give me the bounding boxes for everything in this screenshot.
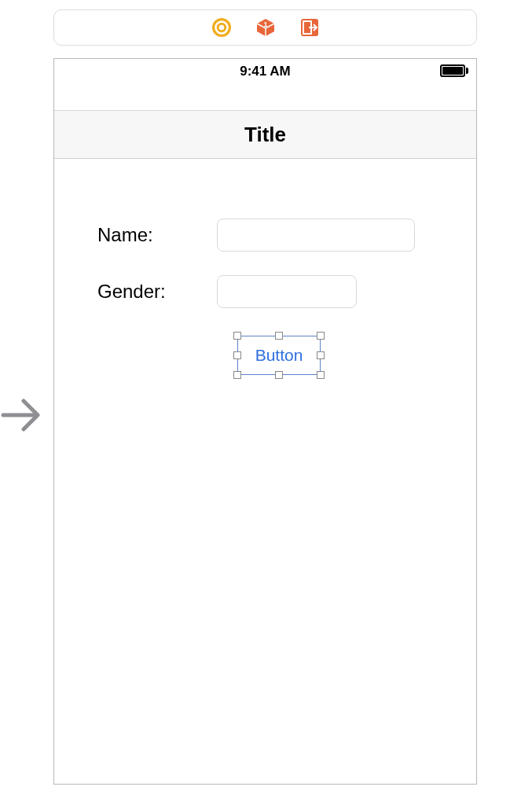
resize-handle-bottom-left[interactable] <box>233 371 241 379</box>
name-label: Name: <box>97 224 217 246</box>
entry-point-arrow-icon <box>0 393 47 440</box>
selected-button-label: Button <box>237 336 321 375</box>
form-area: Name: Gender: Button <box>54 159 476 308</box>
coin-icon[interactable] <box>211 17 232 38</box>
storyboard-scene[interactable]: 9:41 AM Title Name: Gender: Button <box>53 58 477 785</box>
status-time: 9:41 AM <box>54 64 476 79</box>
resize-handle-top-right[interactable] <box>317 332 325 340</box>
gender-label: Gender: <box>97 281 217 303</box>
resize-handle-top-left[interactable] <box>233 332 241 340</box>
svg-point-3 <box>218 25 223 30</box>
navigation-bar: Title <box>54 110 476 159</box>
selected-button[interactable]: Button <box>237 336 321 375</box>
gender-text-field[interactable] <box>217 275 357 308</box>
resize-handle-left[interactable] <box>233 351 241 359</box>
row-name: Name: <box>97 219 433 252</box>
resize-handle-bottom-right[interactable] <box>317 371 325 379</box>
navigation-title: Title <box>244 123 286 147</box>
cube-icon[interactable]: 1 <box>255 17 276 38</box>
svg-text:1: 1 <box>263 20 267 28</box>
resize-handle-bottom[interactable] <box>275 371 283 379</box>
status-bar: 9:41 AM <box>54 59 476 83</box>
resize-handle-right[interactable] <box>317 351 325 359</box>
name-text-field[interactable] <box>217 219 415 252</box>
resize-handle-top[interactable] <box>275 332 283 340</box>
toolbar: 1 <box>53 9 477 46</box>
battery-icon <box>440 64 468 77</box>
exit-icon[interactable] <box>299 17 320 38</box>
row-gender: Gender: <box>97 275 433 308</box>
